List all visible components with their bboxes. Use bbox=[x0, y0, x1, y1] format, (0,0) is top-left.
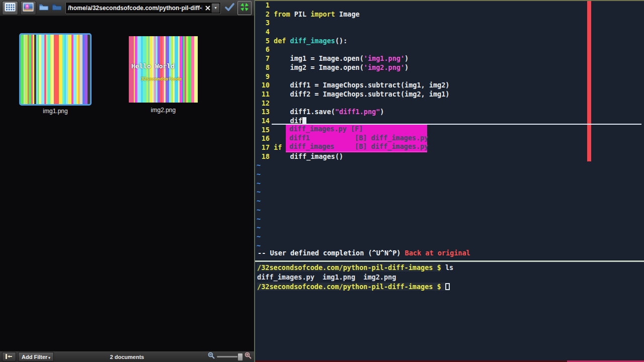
code-line: 8 img2 = Image.open('img2.png') bbox=[255, 63, 644, 72]
vim-cursor bbox=[302, 117, 306, 124]
line-number: 7 bbox=[255, 54, 270, 62]
line-number: 6 bbox=[255, 45, 270, 53]
grid-view-button[interactable] bbox=[2, 1, 18, 15]
terminal-window: 12from PIL import Image345def diff_image… bbox=[255, 1, 644, 362]
line-number: 16 bbox=[255, 134, 270, 142]
terminal-text: ls bbox=[441, 263, 453, 272]
line-text: def diff_images(): bbox=[274, 37, 347, 45]
terminal-cursor bbox=[445, 283, 450, 290]
clear-icon[interactable] bbox=[205, 6, 210, 11]
code-line: 7 img1 = Image.open('img1.png') bbox=[255, 54, 644, 63]
thumbnail-img2-overlay-title: Hello World bbox=[131, 62, 175, 70]
line-number: 1 bbox=[255, 1, 270, 9]
tilde-icon: ~ bbox=[257, 170, 261, 178]
line-number: 11 bbox=[255, 90, 270, 98]
code-line: 10 diff1 = ImageChops.subtract(img1, img… bbox=[255, 81, 644, 90]
tilde-icon: ~ bbox=[257, 223, 261, 231]
tilde-icon: ~ bbox=[257, 197, 261, 205]
fullscreen-icon bbox=[239, 2, 250, 14]
fullscreen-button[interactable] bbox=[237, 1, 252, 15]
line-number: 12 bbox=[255, 99, 270, 107]
sidebar-toggle-button[interactable] bbox=[2, 352, 16, 361]
line-number: 3 bbox=[255, 19, 270, 27]
empty-line-marker: ~ bbox=[255, 232, 644, 241]
line-text: img2 = Image.open('img2.png') bbox=[274, 63, 409, 71]
folder-icon bbox=[52, 3, 62, 13]
completion-item[interactable]: diff1 [B] diff_images.py bbox=[286, 134, 427, 143]
code-line: 13 diff1.save("diff1.png") bbox=[255, 108, 644, 117]
empty-line-marker: ~ bbox=[255, 161, 644, 170]
line-number: 15 bbox=[255, 126, 270, 134]
zoom-slider-handle[interactable] bbox=[237, 353, 243, 361]
empty-line-marker: ~ bbox=[255, 170, 644, 179]
line-text: diff1 = ImageChops.subtract(img1, img2) bbox=[274, 81, 450, 89]
chevron-down-icon: ▾ bbox=[48, 356, 50, 360]
vim-status-message: -- User defined completion (^U^N^P) bbox=[258, 249, 405, 257]
code-line: 18 diff_images() bbox=[255, 152, 644, 161]
line-text: diff_images() bbox=[274, 152, 343, 160]
vim-colorcolumn bbox=[587, 1, 591, 161]
pane-divider-horizontal bbox=[255, 260, 644, 262]
code-line: 5def diff_images(): bbox=[255, 37, 644, 46]
zoom-out-icon[interactable] bbox=[208, 352, 215, 361]
tilde-icon: ~ bbox=[257, 215, 261, 223]
line-number: 13 bbox=[255, 108, 270, 116]
line-number: 17 bbox=[255, 143, 270, 151]
completion-item[interactable]: diff_images [B] diff_images.py bbox=[286, 142, 427, 151]
completion-item[interactable]: diff_images.py [F] bbox=[286, 125, 427, 134]
image-view-button[interactable] bbox=[20, 1, 36, 15]
checkmark-icon bbox=[225, 3, 234, 14]
empty-line-marker: ~ bbox=[255, 179, 644, 188]
open-folder-button[interactable] bbox=[38, 2, 50, 15]
terminal-line: /32secondsofcode.com/python-pil-diff-ima… bbox=[257, 263, 642, 273]
tilde-icon: ~ bbox=[257, 179, 261, 187]
thumbnail-img2[interactable]: Hello World 32secondsofcode img2.png bbox=[129, 36, 198, 103]
chevron-down-icon[interactable]: ▾ bbox=[211, 3, 220, 13]
terminal-text: diff_images.py img1.png img2.png bbox=[257, 273, 396, 281]
tilde-icon: ~ bbox=[257, 161, 261, 169]
thumbnail-img2-picture: Hello World 32secondsofcode bbox=[129, 36, 198, 103]
line-text: if bbox=[274, 143, 282, 151]
line-number: 5 bbox=[255, 37, 270, 45]
thumbnail-view: img1.png Hello World 32secondsofcode img… bbox=[0, 16, 254, 351]
empty-line-marker: ~ bbox=[255, 215, 644, 224]
shell-terminal[interactable]: /32secondsofcode.com/python-pil-diff-ima… bbox=[257, 263, 642, 292]
line-text: diff1.save("diff1.png") bbox=[274, 108, 384, 116]
zoom-slider[interactable] bbox=[217, 356, 243, 357]
line-number: 9 bbox=[255, 72, 270, 80]
thumbnail-img1[interactable]: img1.png bbox=[19, 33, 92, 106]
go-button[interactable] bbox=[223, 2, 235, 15]
location-bar: ▾ bbox=[65, 2, 221, 14]
enter-location-button[interactable] bbox=[51, 2, 63, 15]
code-line: 4 bbox=[255, 28, 644, 37]
code-line: 6 bbox=[255, 45, 644, 54]
image-view-icon bbox=[23, 3, 34, 14]
thumbnail-img2-overlay-subtitle: 32secondsofcode bbox=[141, 76, 182, 81]
empty-line-marker: ~ bbox=[255, 188, 644, 197]
line-number: 10 bbox=[255, 81, 270, 89]
code-line: 1 bbox=[255, 1, 644, 10]
shell-prompt: /32secondsofcode.com/python-pil-diff-ima… bbox=[257, 283, 445, 291]
sidebar-toggle-icon bbox=[5, 352, 14, 361]
location-input[interactable] bbox=[66, 3, 204, 13]
desktop: ▾ img1.pn bbox=[0, 0, 644, 362]
zoom-in-icon[interactable] bbox=[245, 352, 252, 361]
thumbnail-img2-label: img2.png bbox=[119, 107, 208, 114]
vim-status-extra: Back at original bbox=[405, 249, 470, 257]
code-line: 3 bbox=[255, 19, 644, 28]
line-text: diff2 = ImageChops.subtract(img2, img1) bbox=[274, 90, 450, 98]
empty-line-marker: ~ bbox=[255, 206, 644, 215]
shell-prompt: /32secondsofcode.com/python-pil-diff-ima… bbox=[257, 263, 441, 272]
line-text: from PIL import Image bbox=[274, 10, 360, 18]
tilde-icon: ~ bbox=[257, 241, 261, 249]
vim-completion-popup[interactable]: diff_images.py [F]diff1 [B] diff_images.… bbox=[286, 125, 427, 152]
line-number: 18 bbox=[255, 152, 270, 160]
line-number: 14 bbox=[255, 117, 270, 125]
folder-open-icon bbox=[39, 3, 49, 13]
grid-view-icon bbox=[5, 3, 16, 14]
thumbnail-img1-label: img1.png bbox=[9, 108, 102, 115]
add-filter-button[interactable]: Add Filter ▾ bbox=[18, 352, 54, 361]
tilde-icon: ~ bbox=[257, 188, 261, 196]
file-manager-statusbar: Add Filter ▾ 2 documents bbox=[0, 351, 254, 362]
line-number: 4 bbox=[255, 28, 270, 36]
